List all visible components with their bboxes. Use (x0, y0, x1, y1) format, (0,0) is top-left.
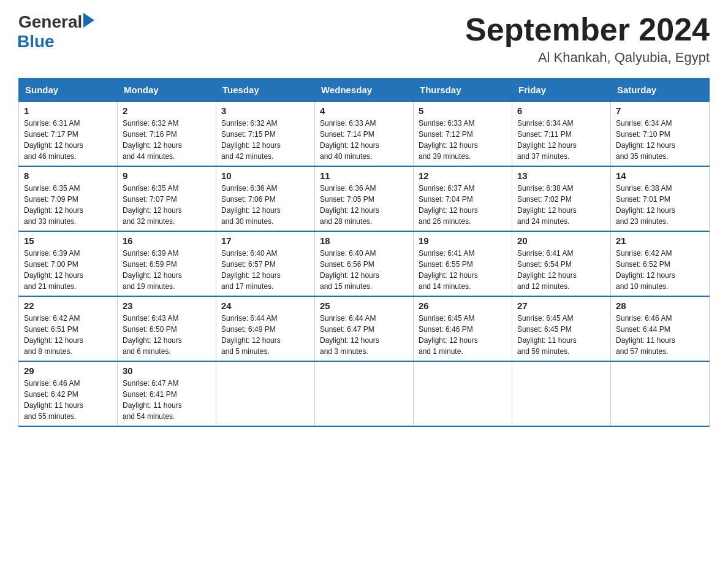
day-number: 24 (221, 301, 309, 311)
day-number: 11 (320, 170, 408, 181)
day-number: 5 (419, 105, 507, 116)
calendar-subtitle: Al Khankah, Qalyubia, Egypt (465, 50, 710, 66)
calendar-week-row: 15Sunrise: 6:39 AM Sunset: 7:00 PM Dayli… (19, 231, 710, 296)
calendar-cell: 29Sunrise: 6:46 AM Sunset: 6:42 PM Dayli… (19, 361, 118, 426)
calendar-cell: 25Sunrise: 6:44 AM Sunset: 6:47 PM Dayli… (315, 296, 414, 361)
calendar-cell: 17Sunrise: 6:40 AM Sunset: 6:57 PM Dayli… (216, 231, 315, 296)
day-number: 15 (24, 236, 112, 246)
day-number: 3 (221, 105, 309, 116)
calendar-cell: 7Sunrise: 6:34 AM Sunset: 7:10 PM Daylig… (611, 102, 710, 167)
logo: General Blue (18, 12, 94, 52)
calendar-cell: 23Sunrise: 6:43 AM Sunset: 6:50 PM Dayli… (118, 296, 216, 361)
day-number: 18 (320, 236, 408, 246)
day-number: 1 (24, 105, 112, 116)
day-info: Sunrise: 6:37 AM Sunset: 7:04 PM Dayligh… (419, 183, 507, 227)
calendar-cell (611, 361, 710, 426)
calendar-cell (414, 361, 512, 426)
calendar-cell: 27Sunrise: 6:45 AM Sunset: 6:45 PM Dayli… (512, 296, 611, 361)
calendar-cell: 8Sunrise: 6:35 AM Sunset: 7:09 PM Daylig… (19, 166, 118, 231)
day-number: 2 (123, 105, 211, 116)
calendar-cell: 9Sunrise: 6:35 AM Sunset: 7:07 PM Daylig… (118, 166, 216, 231)
calendar-cell: 12Sunrise: 6:37 AM Sunset: 7:04 PM Dayli… (414, 166, 512, 231)
calendar-cell: 5Sunrise: 6:33 AM Sunset: 7:12 PM Daylig… (414, 102, 512, 167)
day-info: Sunrise: 6:40 AM Sunset: 6:57 PM Dayligh… (221, 248, 309, 292)
day-info: Sunrise: 6:33 AM Sunset: 7:14 PM Dayligh… (320, 118, 408, 162)
day-info: Sunrise: 6:43 AM Sunset: 6:50 PM Dayligh… (123, 313, 211, 357)
day-number: 25 (320, 301, 408, 311)
calendar-cell: 14Sunrise: 6:38 AM Sunset: 7:01 PM Dayli… (611, 166, 710, 231)
day-number: 27 (517, 301, 605, 311)
calendar-cell: 24Sunrise: 6:44 AM Sunset: 6:49 PM Dayli… (216, 296, 315, 361)
column-header-monday: Monday (118, 79, 216, 102)
calendar-title: September 2024 (465, 12, 710, 47)
column-header-saturday: Saturday (611, 79, 710, 102)
calendar-cell: 16Sunrise: 6:39 AM Sunset: 6:59 PM Dayli… (118, 231, 216, 296)
day-info: Sunrise: 6:40 AM Sunset: 6:56 PM Dayligh… (320, 248, 408, 292)
day-info: Sunrise: 6:44 AM Sunset: 6:47 PM Dayligh… (320, 313, 408, 357)
calendar-cell: 1Sunrise: 6:31 AM Sunset: 7:17 PM Daylig… (19, 102, 118, 167)
day-number: 20 (517, 236, 605, 246)
day-info: Sunrise: 6:34 AM Sunset: 7:11 PM Dayligh… (517, 118, 605, 162)
day-info: Sunrise: 6:35 AM Sunset: 7:07 PM Dayligh… (123, 183, 211, 227)
day-info: Sunrise: 6:42 AM Sunset: 6:52 PM Dayligh… (616, 248, 704, 292)
day-number: 17 (221, 236, 309, 246)
day-number: 6 (517, 105, 605, 116)
title-group: September 2024 Al Khankah, Qalyubia, Egy… (465, 12, 710, 66)
day-number: 8 (24, 170, 112, 181)
calendar-week-row: 22Sunrise: 6:42 AM Sunset: 6:51 PM Dayli… (19, 296, 710, 361)
calendar-week-row: 29Sunrise: 6:46 AM Sunset: 6:42 PM Dayli… (19, 361, 710, 426)
calendar-header-row: SundayMondayTuesdayWednesdayThursdayFrid… (19, 79, 710, 102)
day-number: 7 (616, 105, 704, 116)
day-number: 10 (221, 170, 309, 181)
column-header-thursday: Thursday (414, 79, 512, 102)
calendar-cell: 21Sunrise: 6:42 AM Sunset: 6:52 PM Dayli… (611, 231, 710, 296)
day-info: Sunrise: 6:45 AM Sunset: 6:46 PM Dayligh… (419, 313, 507, 357)
day-info: Sunrise: 6:45 AM Sunset: 6:45 PM Dayligh… (517, 313, 605, 357)
calendar-cell: 30Sunrise: 6:47 AM Sunset: 6:41 PM Dayli… (118, 361, 216, 426)
day-info: Sunrise: 6:42 AM Sunset: 6:51 PM Dayligh… (24, 313, 112, 357)
day-info: Sunrise: 6:47 AM Sunset: 6:41 PM Dayligh… (123, 378, 211, 422)
day-number: 13 (517, 170, 605, 181)
calendar-cell: 13Sunrise: 6:38 AM Sunset: 7:02 PM Dayli… (512, 166, 611, 231)
day-info: Sunrise: 6:33 AM Sunset: 7:12 PM Dayligh… (419, 118, 507, 162)
calendar-cell: 20Sunrise: 6:41 AM Sunset: 6:54 PM Dayli… (512, 231, 611, 296)
logo-arrow-icon (83, 13, 94, 28)
day-number: 4 (320, 105, 408, 116)
calendar-cell: 26Sunrise: 6:45 AM Sunset: 6:46 PM Dayli… (414, 296, 512, 361)
calendar-week-row: 1Sunrise: 6:31 AM Sunset: 7:17 PM Daylig… (19, 102, 710, 167)
calendar-table: SundayMondayTuesdayWednesdayThursdayFrid… (18, 78, 710, 427)
day-info: Sunrise: 6:32 AM Sunset: 7:16 PM Dayligh… (123, 118, 211, 162)
day-info: Sunrise: 6:41 AM Sunset: 6:55 PM Dayligh… (419, 248, 507, 292)
column-header-friday: Friday (512, 79, 611, 102)
day-info: Sunrise: 6:38 AM Sunset: 7:01 PM Dayligh… (616, 183, 704, 227)
day-number: 30 (123, 366, 211, 376)
day-number: 28 (616, 301, 704, 311)
calendar-cell: 11Sunrise: 6:36 AM Sunset: 7:05 PM Dayli… (315, 166, 414, 231)
calendar-cell: 15Sunrise: 6:39 AM Sunset: 7:00 PM Dayli… (19, 231, 118, 296)
column-header-wednesday: Wednesday (315, 79, 414, 102)
day-info: Sunrise: 6:44 AM Sunset: 6:49 PM Dayligh… (221, 313, 309, 357)
day-info: Sunrise: 6:32 AM Sunset: 7:15 PM Dayligh… (221, 118, 309, 162)
column-header-tuesday: Tuesday (216, 79, 315, 102)
day-number: 22 (24, 301, 112, 311)
day-info: Sunrise: 6:36 AM Sunset: 7:06 PM Dayligh… (221, 183, 309, 227)
day-info: Sunrise: 6:34 AM Sunset: 7:10 PM Dayligh… (616, 118, 704, 162)
day-number: 21 (616, 236, 704, 246)
calendar-cell: 3Sunrise: 6:32 AM Sunset: 7:15 PM Daylig… (216, 102, 315, 167)
day-info: Sunrise: 6:31 AM Sunset: 7:17 PM Dayligh… (24, 118, 112, 162)
day-info: Sunrise: 6:46 AM Sunset: 6:42 PM Dayligh… (24, 378, 112, 422)
calendar-cell: 6Sunrise: 6:34 AM Sunset: 7:11 PM Daylig… (512, 102, 611, 167)
day-number: 14 (616, 170, 704, 181)
calendar-cell: 4Sunrise: 6:33 AM Sunset: 7:14 PM Daylig… (315, 102, 414, 167)
day-number: 9 (123, 170, 211, 181)
calendar-cell: 18Sunrise: 6:40 AM Sunset: 6:56 PM Dayli… (315, 231, 414, 296)
day-info: Sunrise: 6:46 AM Sunset: 6:44 PM Dayligh… (616, 313, 704, 357)
day-number: 26 (419, 301, 507, 311)
page-header: General Blue September 2024 Al Khankah, … (18, 12, 710, 66)
day-info: Sunrise: 6:36 AM Sunset: 7:05 PM Dayligh… (320, 183, 408, 227)
calendar-cell: 2Sunrise: 6:32 AM Sunset: 7:16 PM Daylig… (118, 102, 216, 167)
calendar-cell: 19Sunrise: 6:41 AM Sunset: 6:55 PM Dayli… (414, 231, 512, 296)
logo-blue-text: Blue (17, 32, 94, 52)
calendar-cell (512, 361, 611, 426)
day-number: 16 (123, 236, 211, 246)
